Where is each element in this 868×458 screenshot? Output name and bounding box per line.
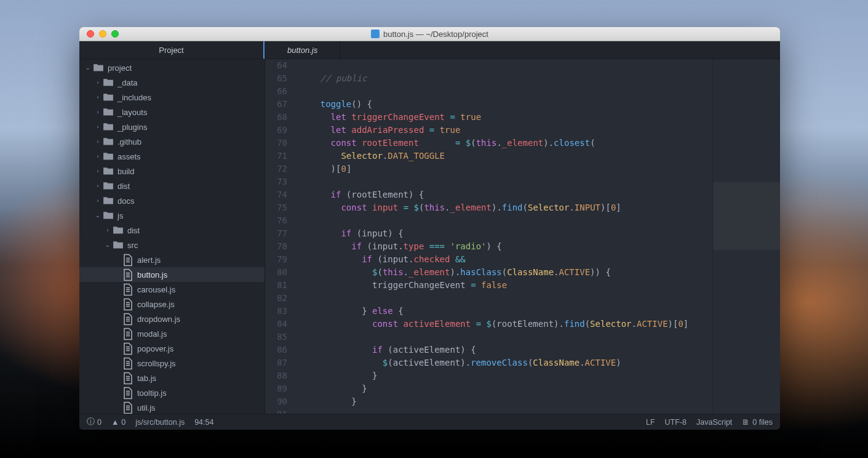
file-icon — [122, 313, 133, 326]
files-icon: 🗎 — [742, 418, 750, 427]
tree-file-tooltip-js[interactable]: tooltip.js — [79, 385, 265, 400]
chevron-down-icon: ⌄ — [104, 242, 111, 248]
sidebar: Project ⌄project›_data›_includes›_layout… — [79, 41, 265, 414]
tree-item-label: _data — [117, 78, 260, 87]
tree-item-label: alert.js — [137, 255, 260, 265]
tree-folder-docs[interactable]: ›docs — [79, 193, 265, 208]
tree-item-label: dist — [127, 226, 260, 235]
tree-item-label: dropdown.js — [137, 315, 260, 324]
file-icon — [122, 372, 133, 385]
tree-item-label: tooltip.js — [137, 388, 260, 398]
file-icon — [122, 401, 133, 414]
folder-icon — [103, 137, 114, 146]
chevron-right-icon: › — [94, 109, 102, 115]
tree-item-label: _includes — [117, 93, 260, 102]
maximize-window-button[interactable] — [111, 30, 119, 38]
folder-icon — [103, 93, 114, 102]
tree-folder-js[interactable]: ⌄js — [79, 208, 265, 223]
tab-button-js[interactable]: button.js — [265, 41, 340, 58]
chevron-right-icon: › — [94, 139, 102, 145]
sidebar-header-project[interactable]: Project — [79, 41, 265, 59]
tree-folder-project[interactable]: ⌄project — [79, 60, 265, 75]
tree-file-alert-js[interactable]: alert.js — [79, 252, 265, 267]
tree-file-carousel-js[interactable]: carousel.js — [79, 282, 265, 297]
tree-folder-dist[interactable]: ›dist — [79, 179, 265, 193]
tree-folder--data[interactable]: ›_data — [79, 75, 265, 90]
folder-icon — [103, 108, 114, 116]
tree-folder-src[interactable]: ⌄src — [79, 238, 265, 252]
minimap[interactable] — [712, 59, 780, 414]
tree-file-modal-js[interactable]: modal.js — [79, 326, 265, 341]
tree-file-tab-js[interactable]: tab.js — [79, 371, 265, 385]
tree-item-label: popover.js — [137, 344, 260, 353]
folder-icon — [103, 123, 114, 131]
code-area[interactable]: 6465666768697071727374757677787980818283… — [265, 59, 780, 414]
status-errors[interactable]: ⓘ 0 — [87, 417, 102, 427]
chevron-right-icon: › — [94, 153, 102, 159]
tree-file-collapse-js[interactable]: collapse.js — [79, 297, 265, 311]
status-path[interactable]: js/src/button.js — [135, 418, 185, 427]
tree-item-label: collapse.js — [137, 300, 260, 309]
tree-item-label: util.js — [137, 403, 260, 412]
status-eol[interactable]: LF — [646, 418, 655, 427]
tree-file-button-js[interactable]: button.js — [79, 267, 265, 282]
file-icon — [122, 254, 133, 267]
chevron-right-icon: › — [104, 227, 111, 233]
chevron-right-icon: › — [94, 79, 102, 86]
minimap-viewport-thumb[interactable] — [713, 182, 780, 250]
tree-folder-dist[interactable]: ›dist — [79, 223, 265, 238]
titlebar[interactable]: button.js — ~/Desktop/project — [79, 27, 780, 41]
tree-item-label: js — [117, 211, 260, 220]
tree-file-dropdown-js[interactable]: dropdown.js — [79, 311, 265, 326]
tree-item-label: tab.js — [137, 374, 260, 383]
code-text[interactable]: // public toggle() { let triggerChangeEv… — [295, 59, 712, 414]
file-icon — [122, 327, 133, 340]
tree-file-popover-js[interactable]: popover.js — [79, 341, 265, 356]
line-number-gutter: 6465666768697071727374757677787980818283… — [265, 59, 295, 414]
tab-bar[interactable]: button.js — [265, 41, 780, 59]
tree-folder--github[interactable]: ›.github — [79, 134, 265, 149]
folder-icon — [103, 78, 114, 87]
tree-folder-build[interactable]: ›build — [79, 164, 265, 179]
folder-icon — [103, 152, 114, 161]
tree-item-label: dist — [117, 182, 260, 191]
tree-item-label: build — [117, 167, 260, 176]
editor-pane: button.js 646566676869707172737475767778… — [265, 41, 780, 414]
tree-item-label: assets — [117, 152, 260, 161]
chevron-right-icon: › — [94, 183, 102, 189]
chevron-down-icon: ⌄ — [84, 65, 92, 71]
tree-folder-assets[interactable]: ›assets — [79, 149, 265, 164]
tree-item-label: _plugins — [117, 123, 260, 132]
file-icon — [122, 283, 133, 296]
tree-item-label: scrollspy.js — [137, 359, 260, 368]
status-language[interactable]: JavaScript — [696, 418, 732, 427]
status-files[interactable]: 🗎 0 files — [742, 418, 773, 427]
editor-window: button.js — ~/Desktop/project Project ⌄p… — [79, 27, 780, 430]
status-warnings[interactable]: ▲ 0 — [111, 418, 125, 427]
chevron-right-icon: › — [94, 168, 102, 174]
status-encoding[interactable]: UTF-8 — [665, 418, 687, 427]
tree-folder--includes[interactable]: ›_includes — [79, 90, 265, 105]
warning-icon: ▲ — [111, 418, 119, 427]
tree-folder--layouts[interactable]: ›_layouts — [79, 105, 265, 119]
tree-folder--plugins[interactable]: ›_plugins — [79, 119, 265, 134]
tree-file-scrollspy-js[interactable]: scrollspy.js — [79, 356, 265, 371]
window-title: button.js — ~/Desktop/project — [79, 30, 780, 39]
file-type-icon — [371, 30, 380, 38]
tree-item-label: docs — [117, 196, 260, 206]
file-icon — [122, 268, 133, 281]
minimize-window-button[interactable] — [99, 30, 106, 38]
chevron-down-icon: ⌄ — [94, 212, 102, 219]
status-cursor[interactable]: 94:54 — [194, 418, 213, 427]
project-tree[interactable]: ⌄project›_data›_includes›_layouts›_plugi… — [79, 59, 265, 414]
tree-item-label: project — [108, 63, 260, 73]
file-icon — [122, 342, 133, 355]
tree-file-util-js[interactable]: util.js — [79, 400, 265, 414]
folder-icon — [113, 226, 124, 235]
status-bar: ⓘ 0 ▲ 0 js/src/button.js 94:54 LF UTF-8 … — [79, 414, 780, 430]
file-icon — [122, 387, 133, 400]
folder-icon — [113, 241, 124, 249]
chevron-right-icon: › — [94, 94, 102, 100]
close-window-button[interactable] — [87, 30, 94, 38]
chevron-right-icon: › — [94, 124, 102, 130]
